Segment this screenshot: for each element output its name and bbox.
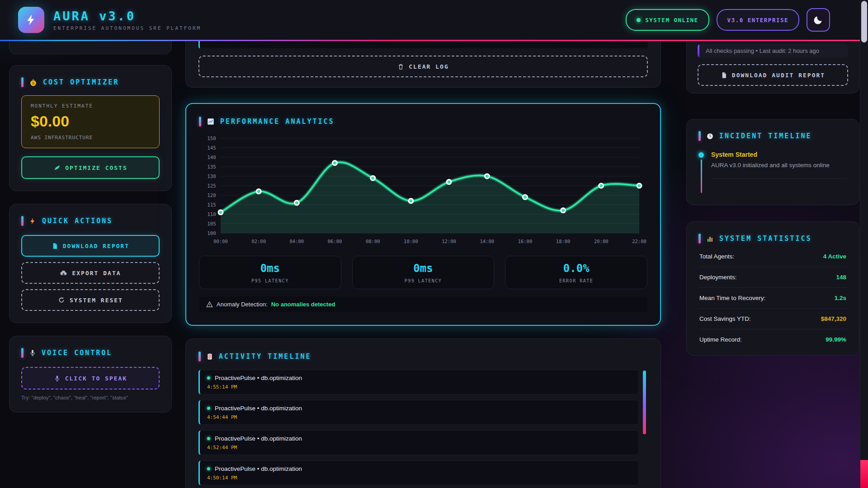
document-icon	[721, 72, 727, 79]
stat-row-cost-savings: Cost Savings YTD: $847,320	[698, 309, 847, 329]
lightning-bolt-icon	[29, 217, 37, 225]
svg-text:110: 110	[207, 211, 216, 217]
system-statistics-title: SYSTEM STATISTICS	[719, 235, 812, 243]
svg-text:14:00: 14:00	[480, 239, 494, 244]
error-rate-label: ERROR RATE	[505, 278, 647, 283]
clear-log-button[interactable]: CLEAR LOG	[198, 56, 648, 77]
theme-toggle-button[interactable]	[807, 8, 830, 32]
section-accent-bar	[698, 131, 701, 141]
activity-item: ProactivePulse • db.optimization 4:50:14…	[198, 460, 639, 485]
stat-value: 4 Active	[823, 253, 846, 260]
document-icon	[52, 243, 58, 249]
incident-timeline-card: INCIDENT TIMELINE System Started AURA v3…	[686, 119, 859, 205]
section-accent-bar	[21, 216, 24, 226]
estimate-sublabel: AWS INFRASTRUCTURE	[31, 135, 150, 141]
scrollbar-thumb[interactable]	[861, 1, 867, 42]
anomaly-label: Anomaly Detection:	[217, 301, 268, 308]
warning-icon	[206, 301, 213, 308]
incident-timeline-title: INCIDENT TIMELINE	[719, 132, 812, 140]
svg-text:22:00: 22:00	[632, 239, 646, 244]
clear-log-label: CLEAR LOG	[409, 63, 448, 70]
svg-text:145: 145	[207, 145, 216, 151]
leaf-icon	[53, 164, 61, 171]
optimize-costs-label: OPTIMIZE COSTS	[65, 164, 127, 171]
page-scrollbar[interactable]	[860, 0, 868, 488]
green-dot-icon	[207, 437, 210, 440]
app-subtitle: ENTERPRISE AUTONOMOUS SRE PLATFORM	[53, 25, 201, 31]
audit-status: All checks passing • Last audit: 2 hours…	[698, 44, 848, 58]
stat-label: Mean Time to Recovery:	[699, 295, 765, 301]
clipped-card-top	[9, 41, 172, 54]
svg-text:115: 115	[207, 202, 216, 208]
svg-text:10:00: 10:00	[404, 239, 418, 244]
app-titles: AURA v3.0 ENTERPRISE AUTONOMOUS SRE PLAT…	[53, 9, 201, 31]
incident-event-title: System Started	[711, 151, 847, 158]
audit-card: All checks passing • Last audit: 2 hours…	[686, 41, 859, 94]
timeline-dot-icon	[698, 152, 704, 158]
download-audit-report-button[interactable]: DOWNLOAD AUDIT REPORT	[698, 64, 848, 86]
audit-status-text: All checks passing • Last audit: 2 hours…	[706, 47, 819, 54]
stat-value: 99.99%	[826, 336, 846, 343]
anomaly-detection-bar: Anomaly Detection: No anomalies detected	[199, 296, 647, 312]
microphone-icon	[29, 349, 36, 357]
error-rate-stat: 0.0% ERROR RATE	[505, 256, 647, 289]
p99-latency-label: P99 LATENCY	[353, 278, 494, 283]
monthly-estimate-box: MONTHLY ESTIMATE $0.00 AWS INFRASTRUCTUR…	[21, 95, 160, 148]
money-bag-icon: $	[29, 78, 38, 87]
activity-time: 4:50:14 PM	[207, 475, 631, 481]
anomaly-status: No anomalies detected	[271, 301, 335, 308]
version-badge: V3.0 ENTERPRISE	[717, 9, 799, 31]
cost-optimizer-card: $ COST OPTIMIZER MONTHLY ESTIMATE $0.00 …	[9, 65, 172, 191]
section-accent-bar	[698, 234, 701, 244]
app-logo	[18, 7, 44, 33]
purple-accent-bar	[698, 44, 699, 58]
svg-text:$: $	[32, 81, 34, 85]
svg-text:06:00: 06:00	[328, 239, 342, 244]
svg-text:04:00: 04:00	[290, 239, 304, 244]
voice-hint: Try: "deploy", "chaos", "heal", "report"…	[21, 395, 160, 400]
activity-scrollbar[interactable]	[643, 371, 646, 434]
activity-agent: ProactivePulse • db.optimization	[215, 465, 302, 472]
download-report-label: DOWNLOAD REPORT	[63, 243, 129, 249]
right-sidebar: All checks passing • Last audit: 2 hours…	[686, 41, 859, 356]
optimize-costs-button[interactable]: OPTIMIZE COSTS	[21, 156, 160, 179]
click-to-speak-button[interactable]: CLICK TO SPEAK	[21, 367, 160, 389]
stat-label: Deployments:	[699, 274, 737, 281]
system-reset-button[interactable]: SYSTEM RESET	[21, 289, 160, 311]
p95-latency-stat: 0ms P95 LATENCY	[199, 256, 341, 289]
log-entry-partial	[198, 41, 648, 48]
svg-text:120: 120	[207, 192, 216, 198]
svg-text:20:00: 20:00	[594, 239, 609, 244]
incident-entry: System Started AURA v3.0 initialized and…	[698, 151, 847, 193]
left-sidebar: $ COST OPTIMIZER MONTHLY ESTIMATE $0.00 …	[9, 41, 172, 413]
incident-divider	[711, 178, 847, 179]
system-reset-label: SYSTEM RESET	[70, 297, 123, 304]
stat-label: Uptime Record:	[699, 336, 742, 343]
lightning-bolt-icon	[25, 14, 38, 26]
svg-text:16:00: 16:00	[518, 239, 533, 244]
p95-latency-value: 0ms	[199, 262, 341, 275]
stat-label: Cost Savings YTD:	[699, 315, 751, 322]
export-data-button[interactable]: EXPORT DATA	[21, 262, 160, 284]
stat-row-uptime: Uptime Record: 99.99%	[698, 329, 847, 350]
svg-text:100: 100	[207, 230, 216, 236]
green-dot-icon	[207, 407, 210, 410]
p95-latency-label: P95 LATENCY	[199, 278, 341, 283]
svg-text:130: 130	[207, 174, 216, 179]
cloud-download-icon	[60, 269, 67, 277]
estimate-value: $0.00	[31, 113, 150, 130]
stat-value: 148	[836, 274, 846, 281]
voice-control-card: VOICE CONTROL CLICK TO SPEAK Try: "deplo…	[9, 336, 172, 413]
quick-actions-card: QUICK ACTIONS DOWNLOAD REPORT EXPORT DAT…	[9, 204, 172, 323]
download-report-button[interactable]: DOWNLOAD REPORT	[21, 235, 160, 257]
latency-stats-row: 0ms P95 LATENCY 0ms P99 LATENCY 0.0% ERR…	[199, 256, 647, 289]
p99-latency-stat: 0ms P99 LATENCY	[352, 256, 495, 289]
export-data-label: EXPORT DATA	[72, 270, 121, 277]
system-statistics-card: SYSTEM STATISTICS Total Agents: 4 Active…	[686, 221, 859, 356]
cost-optimizer-title: COST OPTIMIZER	[43, 78, 119, 86]
svg-text:18:00: 18:00	[556, 239, 571, 244]
scrollbar-bottom-cap	[860, 460, 868, 488]
activity-time: 4:55:14 PM	[207, 384, 631, 390]
svg-text:08:00: 08:00	[366, 239, 380, 244]
reset-icon	[58, 296, 65, 304]
